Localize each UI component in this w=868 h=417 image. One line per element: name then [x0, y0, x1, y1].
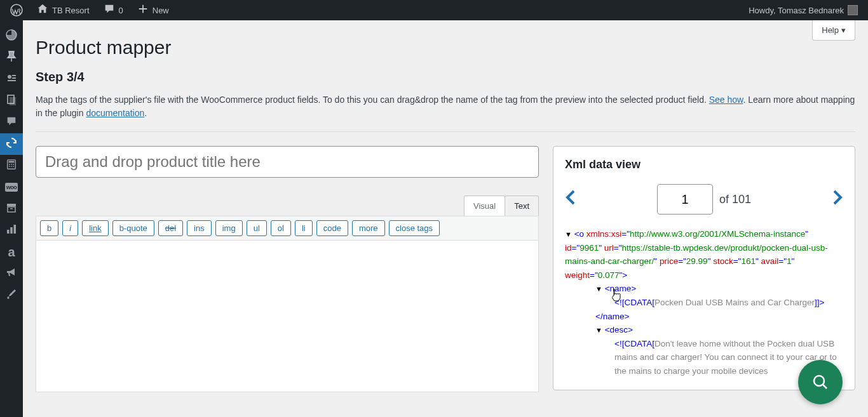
xml-tree[interactable]: ▼ <o xmlns:xsi="http://www.w3.org/2001/X… — [565, 227, 843, 378]
admin-bar-left: TB Resort 0 New — [5, 0, 174, 20]
admin-bar: TB Resort 0 New Howdy, Tomasz Bednarek — [0, 0, 868, 20]
tool-link[interactable]: link — [82, 220, 109, 236]
tool-more[interactable]: more — [352, 220, 385, 236]
megaphone-icon — [5, 266, 18, 282]
xml-column: Xml data view of 101 — [553, 146, 855, 390]
tool-bquote[interactable]: b-quote — [112, 220, 154, 236]
site-link[interactable]: TB Resort — [32, 0, 95, 20]
xml-panel-title: Xml data view — [565, 158, 843, 171]
new-label: New — [153, 6, 169, 15]
tool-ul[interactable]: ul — [247, 220, 267, 236]
svg-rect-4 — [10, 97, 16, 105]
menu-posts[interactable] — [0, 47, 23, 69]
tab-visual[interactable]: Visual — [464, 195, 505, 216]
pager-next[interactable] — [832, 189, 843, 211]
calculator-icon — [6, 159, 17, 173]
documentation-link[interactable]: documentation — [86, 108, 144, 118]
plus-icon — [137, 3, 149, 18]
pages-icon — [5, 93, 18, 109]
brush-icon — [5, 288, 18, 303]
chevron-down-icon: ▾ — [841, 25, 846, 35]
xml-pager: of 101 — [565, 184, 843, 215]
menu-analytics[interactable] — [0, 220, 23, 241]
svg-point-11 — [11, 166, 12, 167]
tool-ol[interactable]: ol — [271, 220, 291, 236]
xml-name-close[interactable]: </name> — [565, 310, 837, 324]
tool-code[interactable]: code — [316, 220, 348, 236]
comments-icon — [6, 116, 17, 130]
mapping-column: Visual Text b i link b-quote del ins img… — [36, 146, 539, 392]
menu-sync[interactable] — [0, 133, 23, 155]
help-tab[interactable]: Help ▾ — [812, 20, 855, 41]
tool-bold[interactable]: b — [40, 220, 58, 236]
svg-point-19 — [814, 376, 824, 386]
xml-panel: Xml data view of 101 — [553, 146, 855, 390]
media-icon — [5, 72, 18, 88]
xml-name-cdata[interactable]: <![CDATA[Pocken Dual USB Mains and Car C… — [565, 296, 837, 310]
svg-rect-14 — [8, 207, 15, 212]
divider — [36, 131, 855, 132]
dashboard-icon — [5, 29, 18, 44]
collapse-icon[interactable]: ▼ — [595, 285, 602, 293]
menu-pages[interactable] — [0, 90, 23, 112]
menu-archive[interactable] — [0, 198, 23, 220]
home-icon — [37, 3, 48, 18]
help-label: Help — [822, 25, 839, 35]
sync-icon — [5, 136, 18, 152]
svg-rect-17 — [10, 227, 13, 234]
svg-point-8 — [11, 164, 12, 165]
menu-appearance[interactable] — [0, 284, 23, 306]
tool-img[interactable]: img — [215, 220, 243, 236]
wp-logo[interactable] — [5, 0, 28, 20]
editor-textarea[interactable] — [36, 240, 539, 392]
tool-del[interactable]: del — [158, 220, 183, 236]
howdy-link[interactable]: Howdy, Tomasz Bednarek — [743, 0, 863, 20]
xml-root-open[interactable]: ▼ <o xmlns:xsi="http://www.w3.org/2001/X… — [565, 227, 837, 282]
svg-rect-18 — [14, 225, 17, 234]
menu-dashboard[interactable] — [0, 25, 23, 47]
menu-marketing[interactable] — [0, 263, 23, 284]
new-link[interactable]: New — [132, 0, 174, 20]
xml-desc-cdata[interactable]: <![CDATA[Don't leave home without the Po… — [565, 337, 837, 378]
page-title: Product mapper — [36, 37, 855, 58]
admin-menu: woo a — [0, 20, 23, 417]
collapse-icon[interactable]: ▼ — [595, 326, 602, 334]
chart-icon — [5, 223, 18, 239]
xml-name-open[interactable]: ▼ <name> — [565, 282, 837, 296]
xml-desc-open[interactable]: ▼ <desc> — [565, 323, 837, 337]
tool-close-tags[interactable]: close tags — [389, 220, 440, 236]
search-fab[interactable] — [798, 360, 843, 404]
archive-icon — [5, 201, 18, 217]
menu-calculator[interactable] — [0, 155, 23, 176]
editor-toolbar: b i link b-quote del ins img ul ol li co… — [36, 216, 539, 240]
comment-icon — [104, 3, 115, 18]
tab-text[interactable]: Text — [505, 195, 539, 216]
comments-count: 0 — [119, 6, 123, 15]
howdy-text: Howdy, Tomasz Bednarek — [749, 6, 844, 15]
menu-woocommerce[interactable]: woo — [0, 176, 23, 198]
svg-point-2 — [8, 75, 11, 79]
page-input[interactable] — [657, 184, 713, 215]
collapse-icon[interactable]: ▼ — [565, 230, 572, 238]
tool-italic[interactable]: i — [62, 220, 78, 236]
svg-point-9 — [13, 164, 14, 165]
step-heading: Step 3/4 — [36, 70, 855, 84]
woo-icon: woo — [5, 183, 18, 192]
comments-link[interactable]: 0 — [98, 0, 128, 20]
pin-icon — [5, 50, 18, 66]
tool-li[interactable]: li — [295, 220, 313, 236]
menu-comments[interactable] — [0, 112, 23, 133]
svg-line-20 — [823, 385, 827, 388]
see-how-link[interactable]: See how — [709, 95, 743, 105]
svg-rect-13 — [7, 204, 16, 206]
pager-prev[interactable] — [565, 189, 576, 211]
wordpress-icon — [10, 4, 23, 17]
search-icon — [811, 373, 829, 391]
pager-center: of 101 — [657, 184, 751, 215]
svg-rect-15 — [10, 208, 13, 209]
tool-ins[interactable]: ins — [187, 220, 212, 236]
product-title-input[interactable] — [36, 146, 539, 178]
menu-text-a[interactable]: a — [0, 241, 23, 263]
menu-media[interactable] — [0, 69, 23, 90]
letter-a-icon: a — [8, 245, 15, 260]
